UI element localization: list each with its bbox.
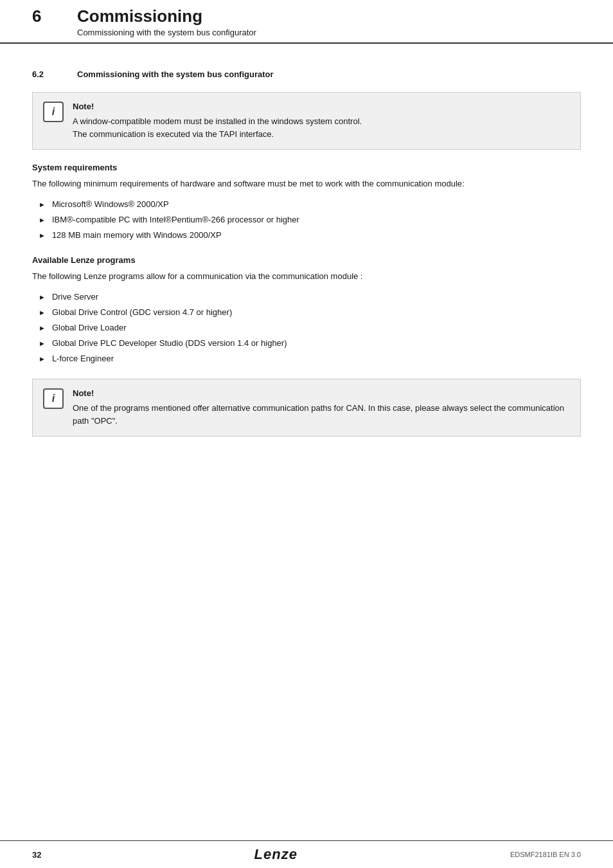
chapter-number: 6 (32, 6, 58, 26)
page-title: Commissioning (77, 6, 256, 26)
note-box-1: i Note! A window-compatible modem must b… (32, 92, 581, 150)
page: 6 Commissioning Commissioning with the s… (0, 0, 613, 868)
system-requirements-section: System requirements The following minimu… (32, 163, 581, 242)
list-item: ► Global Drive Loader (39, 321, 581, 335)
section-title: Commissioning with the system bus config… (77, 69, 274, 79)
lenze-programs-section: Available Lenze programs The following L… (32, 255, 581, 366)
section-number: 6.2 (32, 69, 58, 79)
lenze-programs-heading: Available Lenze programs (32, 255, 581, 265)
list-item: ► Microsoft® Windows® 2000/XP (39, 197, 581, 212)
list-item: ► Global Drive Control (GDC version 4.7 … (39, 305, 581, 320)
page-header: 6 Commissioning Commissioning with the s… (0, 0, 613, 44)
system-req-list: ► Microsoft® Windows® 2000/XP ► IBM®-com… (39, 197, 581, 242)
header-titles: Commissioning Commissioning with the sys… (77, 6, 256, 37)
lenze-programs-intro: The following Lenze programs allow for a… (32, 270, 581, 284)
footer-page-number: 32 (32, 850, 41, 860)
list-item: ► Global Drive PLC Developer Studio (DDS… (39, 336, 581, 350)
bullet-arrow-icon: ► (39, 322, 46, 334)
note-text-2: One of the programs mentioned offer alte… (73, 402, 570, 427)
note-icon-1: i (43, 102, 64, 122)
note-icon-2: i (43, 388, 64, 409)
note-content-1: Note! A window-compatible modem must be … (73, 102, 570, 140)
footer-doc-number: EDSMF2181IB EN 3.0 (510, 851, 581, 858)
page-subtitle: Commissioning with the system bus config… (77, 28, 256, 37)
bullet-arrow-icon: ► (39, 230, 46, 242)
bullet-arrow-icon: ► (39, 338, 46, 350)
system-req-intro: The following minimum requirements of ha… (32, 177, 581, 191)
bullet-arrow-icon: ► (39, 214, 46, 226)
bullet-arrow-icon: ► (39, 199, 46, 211)
note-title-1: Note! (73, 102, 570, 111)
note-content-2: Note! One of the programs mentioned offe… (73, 388, 570, 427)
section-heading: 6.2 Commissioning with the system bus co… (32, 69, 581, 79)
bullet-arrow-icon: ► (39, 291, 46, 303)
main-content: 6.2 Commissioning with the system bus co… (0, 44, 613, 840)
bullet-arrow-icon: ► (39, 307, 46, 319)
list-item: ► IBM®-compatible PC with Intel®Pentium®… (39, 213, 581, 227)
footer-logo: Lenze (254, 846, 298, 863)
note-box-2: i Note! One of the programs mentioned of… (32, 379, 581, 437)
list-item: ► L-force Engineer (39, 352, 581, 366)
bullet-arrow-icon: ► (39, 353, 46, 365)
page-footer: 32 Lenze EDSMF2181IB EN 3.0 (0, 840, 613, 868)
note-title-2: Note! (73, 388, 570, 398)
list-item: ► Drive Server (39, 290, 581, 304)
lenze-programs-list: ► Drive Server ► Global Drive Control (G… (39, 290, 581, 366)
list-item: ► 128 MB main memory with Windows 2000/X… (39, 228, 581, 242)
note-text-1: A window-compatible modem must be instal… (73, 115, 570, 140)
system-req-heading: System requirements (32, 163, 581, 172)
